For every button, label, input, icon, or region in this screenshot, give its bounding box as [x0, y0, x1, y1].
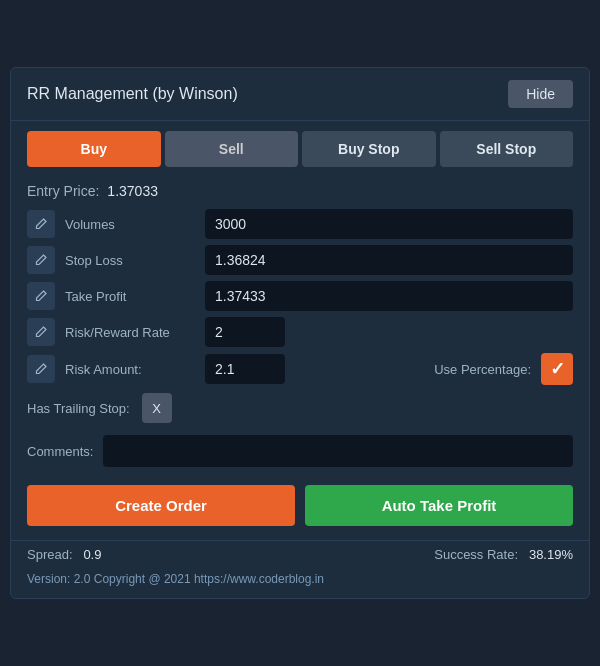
trailing-stop-button[interactable]: X [142, 393, 172, 423]
risk-reward-input[interactable] [205, 317, 285, 347]
stop-loss-label: Stop Loss [65, 253, 195, 268]
rr-management-panel: RR Management (by Winson) Hide Buy Sell … [10, 67, 590, 599]
entry-price-value: 1.37033 [107, 183, 158, 199]
create-order-button[interactable]: Create Order [27, 485, 295, 526]
use-percentage-label: Use Percentage: [434, 362, 531, 377]
risk-amount-edit-icon[interactable] [27, 355, 55, 383]
risk-reward-label: Risk/Reward Rate [65, 325, 195, 340]
comments-input[interactable] [103, 435, 573, 467]
risk-amount-input[interactable] [205, 354, 285, 384]
hide-button[interactable]: Hide [508, 80, 573, 108]
order-type-buttons: Buy Sell Buy Stop Sell Stop [11, 121, 589, 177]
buy-stop-button[interactable]: Buy Stop [302, 131, 436, 167]
footer-version: Version: 2.0 Copyright @ 2021 https://ww… [11, 568, 589, 598]
volumes-row: Volumes [27, 209, 573, 239]
success-rate-value: 38.19% [529, 547, 573, 562]
comments-label: Comments: [27, 444, 93, 459]
risk-amount-row: Risk Amount: Use Percentage: ✓ [27, 353, 573, 385]
stop-loss-edit-icon[interactable] [27, 246, 55, 274]
risk-reward-row: Risk/Reward Rate [27, 317, 573, 347]
trailing-stop-row: Has Trailing Stop: X [11, 385, 589, 431]
volumes-input[interactable] [205, 209, 573, 239]
volumes-label: Volumes [65, 217, 195, 232]
stop-loss-input[interactable] [205, 245, 573, 275]
panel-title: RR Management (by Winson) [27, 85, 238, 103]
spread-value: 0.9 [83, 547, 101, 562]
risk-reward-edit-icon[interactable] [27, 318, 55, 346]
take-profit-edit-icon[interactable] [27, 282, 55, 310]
trailing-stop-label: Has Trailing Stop: [27, 401, 130, 416]
sell-stop-button[interactable]: Sell Stop [440, 131, 574, 167]
buy-button[interactable]: Buy [27, 131, 161, 167]
success-rate-stat: Success Rate: 38.19% [434, 547, 573, 562]
entry-price-row: Entry Price: 1.37033 [11, 177, 589, 209]
stop-loss-row: Stop Loss [27, 245, 573, 275]
entry-price-label: Entry Price: [27, 183, 99, 199]
panel-header: RR Management (by Winson) Hide [11, 68, 589, 121]
comments-row: Comments: [11, 431, 589, 471]
risk-amount-label: Risk Amount: [65, 362, 195, 377]
fields-section: Volumes Stop Loss Take Profit [11, 209, 589, 385]
take-profit-row: Take Profit [27, 281, 573, 311]
sell-button[interactable]: Sell [165, 131, 299, 167]
take-profit-input[interactable] [205, 281, 573, 311]
volumes-edit-icon[interactable] [27, 210, 55, 238]
auto-take-profit-button[interactable]: Auto Take Profit [305, 485, 573, 526]
spread-stat: Spread: 0.9 [27, 547, 101, 562]
footer-stats: Spread: 0.9 Success Rate: 38.19% [11, 540, 589, 568]
action-buttons: Create Order Auto Take Profit [11, 471, 589, 540]
use-percentage-checkbox[interactable]: ✓ [541, 353, 573, 385]
take-profit-label: Take Profit [65, 289, 195, 304]
